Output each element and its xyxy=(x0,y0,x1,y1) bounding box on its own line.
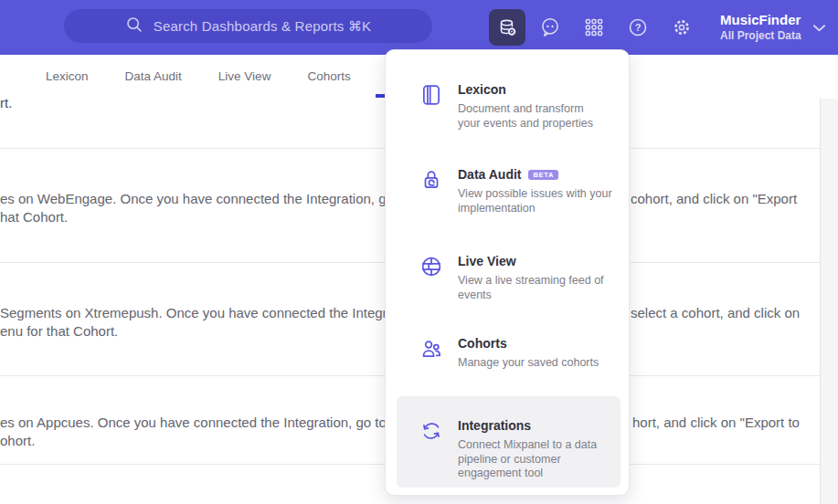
database-gear-icon xyxy=(496,16,519,39)
tab-lexicon[interactable]: Lexicon xyxy=(46,69,89,83)
chevron-down-icon xyxy=(813,19,825,36)
beta-badge: BETA xyxy=(528,170,558,181)
table-row-fragment: enu for that Cohort. xyxy=(0,323,118,339)
menu-item-description: View a live streaming feed of events xyxy=(458,274,613,302)
menu-item-data-audit[interactable]: Data Audit BETA View possible issues wit… xyxy=(419,168,624,215)
table-row-fragment: hat Cohort. xyxy=(0,209,68,225)
lexicon-tab-bar: Lexicon Data Audit Live View Cohorts xyxy=(46,55,351,98)
tab-live-view[interactable]: Live View xyxy=(218,69,271,83)
gear-icon xyxy=(671,16,693,38)
settings-button[interactable] xyxy=(663,9,700,46)
table-row-fragment: ohort. xyxy=(0,433,35,448)
table-row-fragment: rt. xyxy=(0,95,12,110)
menu-item-title: Data Audit xyxy=(458,168,521,182)
search-placeholder: Search Dashboards & Reports ⌘K xyxy=(154,18,372,35)
menu-item-description: Document and transform your events and p… xyxy=(458,102,606,131)
tab-cohorts[interactable]: Cohorts xyxy=(307,69,350,83)
table-row-fragment: cohort, and click on "Export xyxy=(631,191,797,206)
lexicon-book-icon xyxy=(419,83,443,107)
project-name: MusicFinder xyxy=(720,12,801,27)
search-input[interactable]: Search Dashboards & Reports ⌘K xyxy=(64,9,432,43)
globe-icon xyxy=(419,255,443,278)
table-row-fragment: select a cohort, and click on xyxy=(631,305,800,320)
apps-grid-button[interactable] xyxy=(576,9,612,46)
menu-item-description: Connect Mixpanel to a data pipeline or c… xyxy=(458,438,606,481)
table-row-fragment: hort, and click on "Export to xyxy=(632,415,800,430)
lock-audit-icon xyxy=(419,168,443,192)
mixpanel-app: rt. es on WebEngage. Once you have conne… xyxy=(0,0,838,504)
project-scope: All Project Data xyxy=(720,30,801,43)
table-row-fragment: es on WebEngage. Once you have connected… xyxy=(0,191,432,206)
menu-item-title: Lexicon xyxy=(458,83,506,97)
menu-item-description: Manage your saved cohorts xyxy=(458,356,628,371)
menu-item-cohorts[interactable]: Cohorts Manage your saved cohorts xyxy=(419,337,624,371)
menu-item-integrations[interactable]: Integrations Connect Mixpanel to a data … xyxy=(419,419,624,481)
menu-item-lexicon[interactable]: Lexicon Document and transform your even… xyxy=(419,83,624,131)
search-icon xyxy=(125,16,143,37)
apps-dropdown-menu: Lexicon Document and transform your even… xyxy=(385,49,630,496)
tab-data-audit[interactable]: Data Audit xyxy=(125,69,182,83)
chat-smiley-icon xyxy=(539,16,561,38)
apps-grid-icon xyxy=(583,16,605,38)
users-icon xyxy=(419,337,443,361)
help-button[interactable]: ? xyxy=(620,9,656,46)
menu-item-title: Cohorts xyxy=(458,337,507,351)
menu-item-title: Live View xyxy=(458,255,516,268)
svg-text:?: ? xyxy=(635,22,642,33)
data-management-button[interactable] xyxy=(489,9,525,46)
feedback-button[interactable] xyxy=(532,9,568,46)
menu-item-description: View possible issues with your implement… xyxy=(458,187,615,215)
project-switcher[interactable]: MusicFinder All Project Data xyxy=(720,7,825,47)
vertical-scrollbar[interactable] xyxy=(820,99,838,504)
integrations-sync-icon xyxy=(419,419,443,443)
table-row-fragment: es on Appcues. Once you have connected t… xyxy=(0,415,424,430)
menu-item-title: Integrations xyxy=(458,419,531,433)
help-icon: ? xyxy=(627,16,649,38)
menu-item-live-view[interactable]: Live View View a live streaming feed of … xyxy=(419,255,624,302)
top-navigation-bar: Search Dashboards & Reports ⌘K xyxy=(0,0,838,55)
table-row-fragment: Segments on Xtremepush. Once you have co… xyxy=(0,305,420,320)
